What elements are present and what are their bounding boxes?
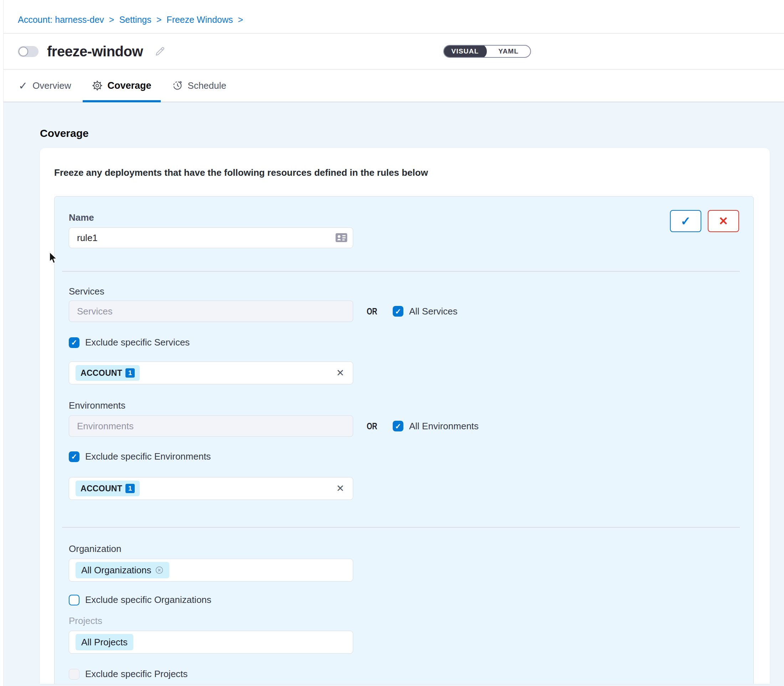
visual-mode-button[interactable]: VISUAL xyxy=(443,45,487,58)
breadcrumb-freeze-windows-link[interactable]: Freeze Windows xyxy=(166,15,233,25)
rule-name-input[interactable] xyxy=(69,227,353,248)
chip-label: All Projects xyxy=(81,637,127,648)
check-icon: ✓ xyxy=(395,423,401,430)
rule-header-row: Name xyxy=(69,212,739,248)
edit-id-icon[interactable] xyxy=(335,233,347,244)
exclude-services-row: ✓ Exclude specific Services xyxy=(69,337,739,348)
services-input xyxy=(69,301,353,322)
breadcrumb-settings-link[interactable]: Settings xyxy=(119,15,151,25)
excluded-environments-input[interactable]: ACCOUNT 1 ✕ xyxy=(69,477,353,500)
close-icon: ✕ xyxy=(719,214,729,228)
excluded-services-input[interactable]: ACCOUNT 1 ✕ xyxy=(69,361,353,384)
environments-row: OR ✓ All Environments xyxy=(69,415,739,437)
tab-schedule-label: Schedule xyxy=(188,80,226,91)
breadcrumb-separator: > xyxy=(109,15,114,25)
yaml-mode-button[interactable]: YAML xyxy=(487,45,530,58)
all-organizations-chip: All Organizations xyxy=(75,562,169,578)
check-icon: ✓ xyxy=(71,453,77,460)
exclude-organizations-label: Exclude specific Organizations xyxy=(85,595,211,606)
exclude-projects-label: Exclude specific Projects xyxy=(85,668,188,679)
all-services-label: All Services xyxy=(409,306,458,317)
title-row: freeze-window VISUAL YAML xyxy=(0,34,784,70)
all-environments-checkbox[interactable]: ✓ xyxy=(393,421,403,431)
all-services-checkbox[interactable]: ✓ xyxy=(393,306,403,317)
breadcrumb-separator: > xyxy=(238,15,243,25)
coverage-page: Coverage Freeze any deployments that hav… xyxy=(0,102,784,684)
left-edge-rail xyxy=(0,0,3,686)
section-divider xyxy=(62,271,740,272)
tab-bar: ✓ Overview Coverage xyxy=(0,70,784,102)
exclude-services-label: Exclude specific Services xyxy=(85,337,189,348)
exclude-environments-label: Exclude specific Environments xyxy=(85,451,211,462)
exclude-organizations-row: Exclude specific Organizations xyxy=(69,595,739,606)
gear-icon xyxy=(92,80,103,91)
apply-rule-button[interactable]: ✓ xyxy=(670,210,701,232)
check-icon: ✓ xyxy=(681,214,691,228)
check-icon: ✓ xyxy=(71,339,77,346)
clear-excluded-services-icon[interactable]: ✕ xyxy=(336,368,344,378)
schedule-clock-icon xyxy=(172,80,183,91)
section-title: Coverage xyxy=(40,102,784,139)
tab-coverage-label: Coverage xyxy=(108,80,152,91)
excluded-environments-chip: ACCOUNT 1 xyxy=(75,481,140,496)
services-row: OR ✓ All Services xyxy=(69,301,739,322)
exclude-environments-row: ✓ Exclude specific Environments xyxy=(69,451,739,462)
rule-actions: ✓ ✕ xyxy=(670,210,739,232)
or-label: OR xyxy=(367,306,377,317)
organization-input[interactable]: All Organizations xyxy=(69,559,353,581)
coverage-description: Freeze any deployments that have the fol… xyxy=(54,167,755,178)
tab-overview-label: Overview xyxy=(33,80,71,91)
section-divider xyxy=(62,527,740,528)
visual-yaml-toggle: VISUAL YAML xyxy=(443,45,531,58)
chip-count-badge: 1 xyxy=(126,368,135,377)
chip-scope-label: ACCOUNT xyxy=(80,484,122,493)
breadcrumb-separator: > xyxy=(156,15,162,25)
organization-label: Organization xyxy=(69,543,739,554)
all-environments-label: All Environments xyxy=(409,421,479,432)
name-label: Name xyxy=(69,212,353,223)
projects-input: All Projects xyxy=(69,631,353,653)
or-label: OR xyxy=(367,421,377,432)
toggle-knob xyxy=(18,47,28,56)
clear-excluded-environments-icon[interactable]: ✕ xyxy=(336,484,344,493)
edit-pencil-icon[interactable] xyxy=(154,46,166,57)
breadcrumb-account-link[interactable]: Account: harness-dev xyxy=(18,15,104,25)
chip-label: All Organizations xyxy=(81,565,152,576)
page-title: freeze-window xyxy=(47,44,143,60)
all-projects-chip: All Projects xyxy=(75,634,133,650)
breadcrumb: Account: harness-dev > Settings > Freeze… xyxy=(0,0,784,34)
tab-coverage[interactable]: Coverage xyxy=(83,70,161,101)
rule-name-field: Name xyxy=(69,212,353,248)
projects-label: Projects xyxy=(69,616,739,626)
excluded-services-chip: ACCOUNT 1 xyxy=(75,365,140,381)
services-label: Services xyxy=(69,286,739,297)
tab-overview[interactable]: ✓ Overview xyxy=(18,70,71,101)
check-icon: ✓ xyxy=(395,308,401,315)
freeze-enable-toggle[interactable] xyxy=(18,46,39,57)
coverage-card: Freeze any deployments that have the fol… xyxy=(40,148,770,684)
exclude-environments-checkbox[interactable]: ✓ xyxy=(69,451,80,462)
page-header: Account: harness-dev > Settings > Freeze… xyxy=(0,0,784,102)
exclude-organizations-checkbox[interactable] xyxy=(69,595,80,606)
freeze-rule-card: Name xyxy=(54,196,754,684)
check-icon: ✓ xyxy=(18,80,28,92)
remove-organizations-icon[interactable] xyxy=(155,566,163,574)
environments-input xyxy=(69,415,353,437)
tab-schedule[interactable]: Schedule xyxy=(172,70,226,101)
chip-scope-label: ACCOUNT xyxy=(80,368,122,378)
discard-rule-button[interactable]: ✕ xyxy=(708,210,739,232)
chip-count-badge: 1 xyxy=(126,484,135,493)
environments-label: Environments xyxy=(69,400,739,411)
exclude-projects-checkbox xyxy=(69,669,80,679)
exclude-projects-row: Exclude specific Projects xyxy=(69,668,739,679)
exclude-services-checkbox[interactable]: ✓ xyxy=(69,337,80,348)
